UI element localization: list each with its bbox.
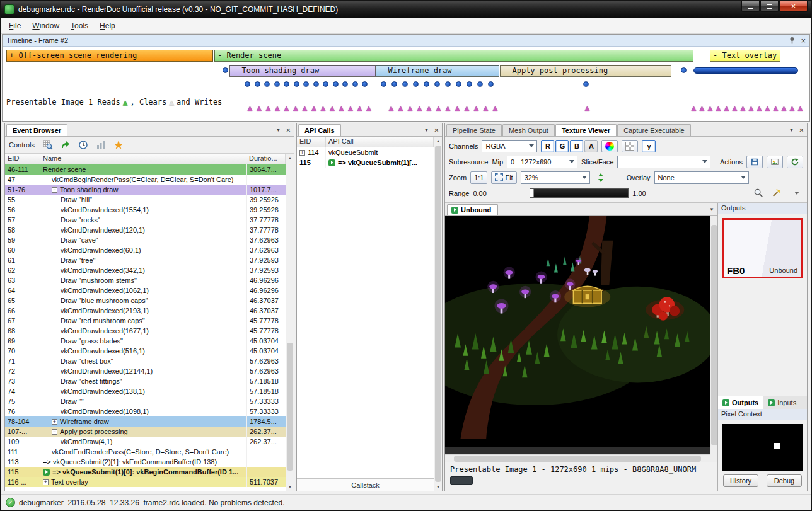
draw-dot-icon[interactable] <box>313 81 319 87</box>
api-call-row[interactable]: +114vkQueueSubmit <box>297 147 434 158</box>
api-calls-scrollbar[interactable]: ▲ ▼ <box>434 137 442 491</box>
range-collapse-icon[interactable] <box>794 192 799 195</box>
event-row[interactable]: 73Draw "chest fittings"57.18518 <box>5 376 286 386</box>
colorwheel-button[interactable] <box>601 140 618 152</box>
panel-close-icon[interactable]: × <box>434 126 439 134</box>
gamma-button[interactable]: γ <box>642 140 656 152</box>
find-event-button[interactable] <box>41 138 55 152</box>
write-triangle-icon[interactable]: ▲ <box>264 104 272 112</box>
write-triangle-icon[interactable]: ▲ <box>482 104 490 112</box>
write-triangle-icon[interactable]: ▲ <box>491 104 499 112</box>
write-triangle-icon[interactable]: ▲ <box>406 104 414 112</box>
timeline-body[interactable]: + Off-screen scene rendering- Render sce… <box>3 47 809 121</box>
tab-texture-viewer[interactable]: Texture Viewer <box>555 124 617 136</box>
draw-dot-icon[interactable] <box>424 81 429 87</box>
draw-dot-icon[interactable] <box>323 81 328 87</box>
draw-dot-icon[interactable] <box>223 67 228 73</box>
timeline-marker-bar[interactable]: - Toon shading draw <box>229 65 376 77</box>
event-row[interactable]: 46-111Render scene3064.7... <box>5 164 286 175</box>
range-min-handle[interactable] <box>530 189 534 197</box>
write-triangle-icon[interactable]: ▲ <box>274 104 282 112</box>
draw-dot-icon[interactable] <box>294 81 299 87</box>
write-triangle-icon[interactable]: ▲ <box>246 104 254 112</box>
event-row[interactable]: 57Draw "rocks"37.77778 <box>5 215 286 225</box>
menu-item-window[interactable]: Window <box>26 19 65 33</box>
tab-capture-executable[interactable]: Capture Executable <box>617 124 691 136</box>
menu-item-tools[interactable]: Tools <box>65 19 94 33</box>
write-triangle-icon[interactable]: ▲ <box>463 104 471 112</box>
tab-event-browser[interactable]: Event Browser <box>6 124 67 136</box>
draw-dot-icon[interactable] <box>477 81 483 87</box>
write-triangle-icon[interactable]: ▲ <box>365 104 373 112</box>
draw-dot-icon[interactable] <box>362 81 368 87</box>
event-row[interactable]: 107-...−Apply post processing262.37... <box>5 427 286 437</box>
scroll-up-icon[interactable]: ▲ <box>434 137 442 145</box>
timeline-close-icon[interactable]: × <box>801 37 806 45</box>
draw-dot-icon[interactable] <box>381 81 386 87</box>
fit-button[interactable]: Fit <box>491 171 516 184</box>
event-row[interactable]: 70vkCmdDrawIndexed(516,1)45.03704 <box>5 346 286 356</box>
event-row[interactable]: 74vkCmdDrawIndexed(138,1)57.18518 <box>5 386 286 396</box>
event-row[interactable]: 59Draw "cave"37.62963 <box>5 235 286 245</box>
write-triangle-icon[interactable]: ▲ <box>425 104 433 112</box>
event-row[interactable]: 111vkCmdEndRenderPass(C=Store, D=Store, … <box>5 447 286 457</box>
column-api-call[interactable]: API Call <box>326 137 434 147</box>
range-slider[interactable] <box>530 188 629 198</box>
zoom-1to1-button[interactable]: 1:1 <box>470 171 487 184</box>
write-triangle-icon[interactable]: ▲ <box>706 104 714 112</box>
tree-expander-icon[interactable]: + <box>52 419 57 425</box>
write-triangle-icon[interactable]: ▲ <box>397 104 405 112</box>
autof-range-button[interactable] <box>769 187 783 200</box>
event-row[interactable]: 56vkCmdDrawIndexed(1554,1)39.25926 <box>5 205 286 215</box>
channel-b-button[interactable]: B <box>570 140 583 152</box>
column-name[interactable]: Name <box>40 154 246 164</box>
panel-menu-icon[interactable]: ▼ <box>789 127 794 133</box>
write-triangle-icon[interactable]: ▲ <box>292 104 300 112</box>
write-triangle-icon[interactable]: ▲ <box>356 104 364 112</box>
scroll-down-icon[interactable]: ▼ <box>286 483 294 491</box>
tab-inputs[interactable]: Inputs <box>763 396 801 409</box>
write-triangle-icon[interactable]: ▲ <box>722 104 731 112</box>
draw-dot-icon[interactable] <box>342 81 348 87</box>
panel-menu-icon[interactable]: ▼ <box>424 127 429 133</box>
event-row[interactable]: 60vkCmdDrawIndexed(60,1)37.62963 <box>5 245 286 255</box>
draw-dot-icon[interactable] <box>255 81 260 87</box>
write-triangle-icon[interactable]: ▲ <box>319 104 327 112</box>
zoom-select[interactable]: 32% <box>521 171 590 184</box>
event-row[interactable]: 71Draw "chest box"57.62963 <box>5 356 286 366</box>
range-fit-button[interactable] <box>751 187 765 200</box>
timeline-marker-bar[interactable]: + Off-screen scene rendering <box>6 50 213 62</box>
draw-dot-icon[interactable] <box>445 81 451 87</box>
draw-dot-icon[interactable] <box>434 81 440 87</box>
column-duration[interactable]: Duratio... <box>246 154 286 164</box>
export-image-button[interactable] <box>767 156 783 168</box>
channel-r-button[interactable]: R <box>541 140 554 152</box>
refresh-button[interactable] <box>787 156 803 168</box>
draw-dot-icon[interactable] <box>413 81 419 87</box>
draw-dot-icon[interactable] <box>402 81 408 87</box>
write-triangle-icon[interactable]: ▲ <box>731 104 739 112</box>
draw-dot-icon[interactable] <box>284 81 289 87</box>
scroll-thumb[interactable] <box>454 456 701 462</box>
draw-dot-icon[interactable] <box>456 81 461 87</box>
texture-tab-unbound[interactable]: Unbound <box>447 204 498 215</box>
texture-vertical-scrollbar[interactable] <box>710 216 717 454</box>
draw-range-bar[interactable] <box>693 67 798 74</box>
history-button[interactable]: History <box>723 474 758 487</box>
tab-api-calls[interactable]: API Calls <box>298 124 341 136</box>
event-row[interactable]: 75Draw ""57.33333 <box>5 396 286 406</box>
write-triangle-icon[interactable]: ▲ <box>739 104 747 112</box>
write-triangle-icon[interactable]: ▲ <box>763 104 772 112</box>
scroll-thumb[interactable] <box>711 225 717 445</box>
texture-list-icon[interactable]: ▼ <box>709 207 714 212</box>
goto-eid-button[interactable] <box>59 138 72 152</box>
event-row[interactable]: 61Draw "tree"37.92593 <box>5 255 286 265</box>
draw-dot-icon[interactable] <box>352 81 358 87</box>
tree-expander-icon[interactable]: − <box>52 187 57 193</box>
stats-button[interactable] <box>94 138 108 152</box>
write-triangle-icon[interactable]: ▲ <box>415 104 424 112</box>
draw-dot-icon[interactable] <box>333 81 339 87</box>
time-durations-button[interactable] <box>76 138 90 152</box>
event-row[interactable]: 66vkCmdDrawIndexed(2193,1)46.37037 <box>5 306 286 316</box>
maximize-button[interactable] <box>760 1 779 12</box>
